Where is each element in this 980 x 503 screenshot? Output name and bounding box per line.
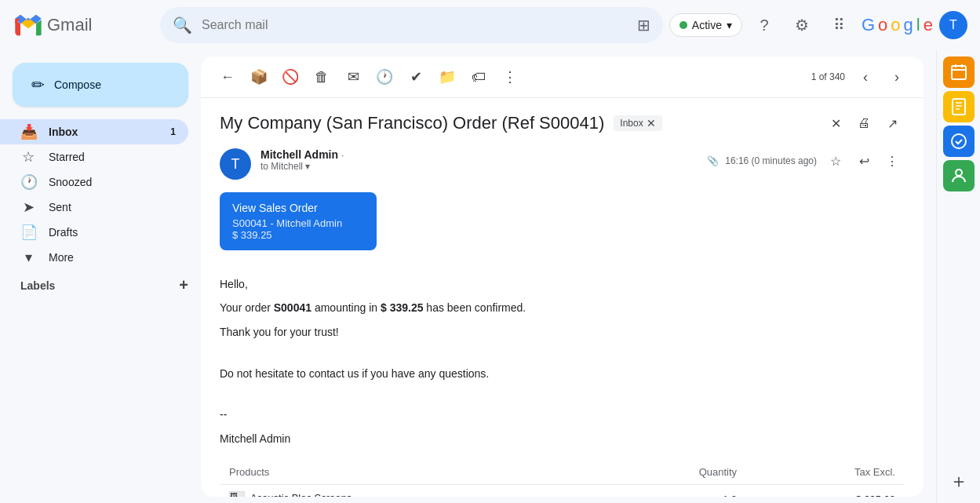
move-to-button[interactable]: 📁 xyxy=(433,63,461,91)
back-button[interactable]: ← xyxy=(213,63,242,91)
table-row: 🖼 Acoustic Bloc Screens 1.0 $ 295.00 xyxy=(220,485,905,497)
search-bar[interactable]: 🔍 ⊞ xyxy=(160,7,663,43)
email-subject-title: My Company (San Francisco) Order (Ref S0… xyxy=(220,113,604,133)
prev-email-button[interactable]: ‹ xyxy=(851,63,880,91)
next-email-button[interactable]: › xyxy=(883,63,911,91)
product-image: 🖼 xyxy=(229,491,245,497)
sidebar-item-sent[interactable]: ➤ Sent xyxy=(0,195,188,220)
inbox-tag-label: Inbox xyxy=(620,118,643,129)
order-table-body: 🖼 Acoustic Bloc Screens 1.0 $ 295.00 xyxy=(220,485,905,497)
more-actions-button[interactable]: ⋮ xyxy=(496,63,524,91)
labels-title: Labels xyxy=(20,279,55,292)
apps-button[interactable]: ⠿ xyxy=(824,9,855,41)
label-button[interactable]: 🏷 xyxy=(464,63,493,91)
signature-dash: -- xyxy=(220,406,905,423)
star-icon: ☆ xyxy=(20,148,36,166)
status-badge[interactable]: Active ▾ xyxy=(669,13,742,37)
sender-avatar: T xyxy=(220,148,251,180)
compose-button[interactable]: ✏ Compose xyxy=(13,63,188,107)
snooze-button[interactable]: 🕐 xyxy=(370,63,399,91)
tasks-panel-button[interactable] xyxy=(943,126,975,157)
email-toolbar: ← 📦 🚫 🗑 ✉ 🕐 ✔ 📁 🏷 ⋮ 1 of 340 ‹ › xyxy=(201,56,924,98)
compose-label: Compose xyxy=(54,78,101,91)
add-task-button[interactable]: ✔ xyxy=(402,63,430,91)
google-branding: Google xyxy=(862,15,933,35)
view-sales-order-button[interactable]: View Sales Order S00041 - Mitchell Admin… xyxy=(220,192,377,250)
gmail-logo-text: Gmail xyxy=(47,15,92,35)
col-quantity: Quantity xyxy=(596,460,746,485)
product-name: Acoustic Bloc Screens xyxy=(250,493,352,497)
email-content: My Company (San Francisco) Order (Ref S0… xyxy=(201,98,924,497)
sidebar-item-drafts[interactable]: 📄 Drafts xyxy=(0,220,188,245)
message-header: T Mitchell Admin · to Mitchell ▾ 📎 16:16… xyxy=(220,148,905,180)
sender-info: Mitchell Admin · to Mitchell ▾ xyxy=(260,148,707,172)
search-options-icon[interactable]: ⊞ xyxy=(637,16,650,35)
to-chevron[interactable]: ▾ xyxy=(305,161,310,172)
email-panel: ← 📦 🚫 🗑 ✉ 🕐 ✔ 📁 🏷 ⋮ 1 of 340 ‹ › My Comp… xyxy=(201,56,924,497)
search-icon: 🔍 xyxy=(173,16,192,35)
tasks-icon xyxy=(949,132,968,151)
body-line2: Thank you for your trust! xyxy=(220,323,905,341)
order-table-header: Products Quantity Tax Excl. xyxy=(220,460,905,485)
status-dot xyxy=(679,21,687,29)
reply-button[interactable]: ↩ xyxy=(851,148,876,173)
sidebar-item-starred[interactable]: ☆ Starred xyxy=(0,144,188,169)
pagination-arrows: ‹ › xyxy=(851,63,911,91)
calendar-panel-button[interactable] xyxy=(943,56,975,88)
mark-unread-button[interactable]: ✉ xyxy=(339,63,367,91)
pagination: 1 of 340 ‹ › xyxy=(811,63,911,91)
body-line3: Do not hesitate to contact us if you hav… xyxy=(220,365,905,382)
svg-rect-0 xyxy=(952,66,966,79)
spam-button[interactable]: 🚫 xyxy=(276,63,304,91)
notes-icon xyxy=(949,97,968,116)
add-label-button[interactable]: + xyxy=(179,276,188,294)
greeting: Hello, xyxy=(220,275,905,293)
labels-section-header: Labels + xyxy=(0,270,201,297)
drafts-label: Drafts xyxy=(49,226,78,239)
inbox-tag: Inbox ✕ xyxy=(614,115,661,131)
archive-button[interactable]: 📦 xyxy=(245,63,273,91)
snoozed-label: Snoozed xyxy=(49,176,92,188)
order-table: Products Quantity Tax Excl. 🖼 Acoustic B… xyxy=(220,460,905,497)
open-in-new-button[interactable]: ↗ xyxy=(880,111,905,136)
star-message-button[interactable]: ☆ xyxy=(823,148,848,173)
calendar-icon xyxy=(949,63,968,82)
product-cell: 🖼 Acoustic Bloc Screens xyxy=(220,485,596,497)
settings-button[interactable]: ⚙ xyxy=(786,9,818,41)
col-products: Products xyxy=(220,460,596,485)
pagination-count: 1 of 340 xyxy=(811,71,845,82)
help-button[interactable]: ? xyxy=(749,9,780,41)
notes-panel-button[interactable] xyxy=(943,91,975,122)
sidebar-item-inbox[interactable]: 📥 Inbox 1 xyxy=(0,119,188,144)
delete-button[interactable]: 🗑 xyxy=(308,63,336,91)
sidebar: ✏ Compose 📥 Inbox 1 ☆ Starred 🕐 Snoozed … xyxy=(0,50,201,503)
main-layout: ✏ Compose 📥 Inbox 1 ☆ Starred 🕐 Snoozed … xyxy=(0,50,980,503)
signature-name: Mitchell Admin xyxy=(220,430,905,447)
more-icon: ▾ xyxy=(20,249,36,266)
body-line1: Your order S00041 amounting in $ 339.25 … xyxy=(220,299,905,316)
col-tax-excl: Tax Excl. xyxy=(746,460,905,485)
sender-name: Mitchell Admin xyxy=(260,148,338,161)
subject-actions: ✕ 🖨 ↗ xyxy=(823,111,905,136)
email-subject-row: My Company (San Francisco) Order (Ref S0… xyxy=(220,111,905,136)
print-button[interactable]: 🖨 xyxy=(851,111,876,136)
sender-to[interactable]: to Mitchell ▾ xyxy=(260,161,707,172)
remove-tag-button[interactable]: ✕ xyxy=(647,117,656,129)
user-avatar[interactable]: T xyxy=(939,11,967,39)
search-input[interactable] xyxy=(202,18,628,32)
compose-icon: ✏ xyxy=(31,75,45,94)
sidebar-item-more[interactable]: ▾ More xyxy=(0,245,188,270)
contacts-icon xyxy=(949,166,968,185)
message-more-button[interactable]: ⋮ xyxy=(880,148,905,173)
sales-card-amount: $ 339.25 xyxy=(232,229,364,241)
sales-card-button-label: View Sales Order xyxy=(232,202,364,214)
add-panel-button[interactable]: ＋ xyxy=(943,465,975,497)
message-time: 16:16 (0 minutes ago) xyxy=(725,155,817,166)
sent-label: Sent xyxy=(49,201,71,213)
contacts-panel-button[interactable] xyxy=(943,160,975,191)
status-chevron: ▾ xyxy=(727,19,732,31)
sidebar-item-snoozed[interactable]: 🕐 Snoozed xyxy=(0,169,188,195)
inbox-badge: 1 xyxy=(170,126,176,137)
topbar: Gmail 🔍 ⊞ Active ▾ ? ⚙ ⠿ Google T xyxy=(0,0,980,50)
close-email-button[interactable]: ✕ xyxy=(823,111,848,136)
